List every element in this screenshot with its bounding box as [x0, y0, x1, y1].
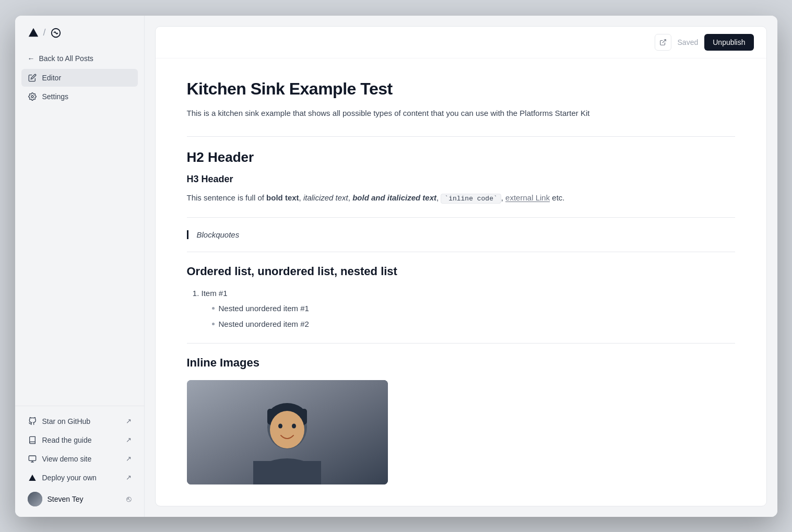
read-guide-label: Read the guide — [42, 436, 92, 444]
divider-4 — [187, 343, 735, 344]
settings-label: Settings — [42, 92, 69, 101]
view-demo-external-icon: ↗ — [126, 455, 132, 463]
sidebar-item-settings[interactable]: Settings — [21, 88, 138, 105]
avatar-image — [28, 492, 42, 506]
read-guide-left: Read the guide — [28, 435, 92, 445]
h2-heading: H2 Header — [187, 149, 735, 165]
read-guide-external-icon: ↗ — [126, 436, 132, 444]
editor-icon — [28, 73, 37, 82]
h3-heading: H3 Header — [187, 174, 735, 185]
vercel-logo-icon — [28, 27, 39, 39]
read-guide-link[interactable]: Read the guide ↗ — [21, 431, 138, 449]
unpublish-button[interactable]: Unpublish — [704, 34, 753, 51]
nested-item-2: Nested unordered item #2 — [212, 317, 735, 331]
sidebar-item-editor[interactable]: Editor — [21, 69, 138, 87]
comma4: , — [501, 193, 505, 202]
user-profile-row[interactable]: Steven Tey ⎋ — [21, 488, 138, 511]
list-item-1-text: Item #1 — [202, 289, 228, 298]
divider-1 — [187, 136, 735, 137]
svg-point-2 — [31, 96, 33, 98]
inline-code: `inline code` — [441, 194, 501, 204]
sidebar-bottom-links: Star on GitHub ↗ Read the guide ↗ — [15, 406, 144, 517]
view-demo-label: View demo site — [42, 455, 92, 463]
deploy-own-label: Deploy your own — [42, 474, 97, 482]
view-demo-left: View demo site — [28, 454, 92, 464]
svg-marker-6 — [29, 475, 36, 481]
sidebar-navigation: ← Back to All Posts Editor — [15, 50, 144, 406]
svg-marker-0 — [28, 28, 38, 37]
images-heading: Inline Images — [187, 356, 735, 370]
main-content: Saved Unpublish Kitchen Sink Example Tes… — [145, 16, 777, 517]
sidebar: / ← Back to All Posts Editor — [15, 16, 145, 517]
editor-label: Editor — [42, 74, 62, 82]
settings-icon — [28, 92, 37, 101]
avatar — [28, 492, 42, 506]
nested-item-1-text: Nested unordered item #1 — [219, 302, 309, 315]
back-to-all-posts-button[interactable]: ← Back to All Posts — [21, 50, 138, 67]
app-logo-icon — [50, 27, 62, 39]
deploy-own-left: Deploy your own — [28, 473, 97, 482]
svg-rect-16 — [253, 461, 321, 484]
svg-rect-3 — [29, 456, 36, 460]
post-title: Kitchen Sink Example Test — [187, 79, 735, 99]
back-label: Back to All Posts — [39, 54, 93, 63]
bold-text: bold text — [266, 193, 299, 202]
app-window: / ← Back to All Posts Editor — [15, 16, 777, 517]
svg-point-12 — [270, 411, 304, 448]
user-left: Steven Tey — [28, 492, 84, 506]
divider-3 — [187, 252, 735, 252]
rich-text-paragraph: This sentence is full of bold text, ital… — [187, 191, 735, 205]
list-heading: Ordered list, unordered list, nested lis… — [187, 265, 735, 278]
star-github-label: Star on GitHub — [42, 417, 91, 425]
list-item-1: Item #1 Nested unordered item #1 Nested … — [202, 287, 735, 331]
external-link-button[interactable] — [655, 34, 671, 51]
editor-content[interactable]: Kitchen Sink Example Test This is a kitc… — [156, 58, 766, 506]
star-github-left: Star on GitHub — [28, 417, 91, 426]
deploy-triangle-icon — [28, 473, 37, 482]
ordered-list: Item #1 Nested unordered item #1 Nested … — [202, 287, 735, 331]
logo-slash: / — [43, 27, 46, 38]
external-link[interactable]: external Link — [505, 193, 550, 202]
book-icon — [28, 435, 37, 445]
nested-item-1: Nested unordered item #1 — [212, 302, 735, 315]
paragraph-intro: This sentence is full of — [187, 193, 267, 202]
blockquote-text: Blockquotes — [197, 230, 240, 239]
deploy-own-external-icon: ↗ — [126, 474, 132, 481]
blockquote: Blockquotes — [187, 230, 735, 239]
github-icon — [28, 417, 37, 426]
comma2: , — [348, 193, 352, 202]
content-wrapper: Saved Unpublish Kitchen Sink Example Tes… — [155, 26, 767, 506]
svg-point-14 — [292, 424, 296, 429]
star-github-link[interactable]: Star on GitHub ↗ — [21, 412, 138, 430]
view-demo-link[interactable]: View demo site ↗ — [21, 450, 138, 468]
italic-text: italicized text — [303, 193, 348, 202]
svg-point-13 — [278, 424, 282, 429]
back-arrow-icon: ← — [28, 54, 35, 63]
toolbar: Saved Unpublish — [156, 27, 766, 58]
saved-status: Saved — [678, 38, 699, 46]
bold-italic-text: bold and italicized text — [352, 193, 436, 202]
paragraph-end: etc. — [550, 193, 564, 202]
divider-2 — [187, 217, 735, 218]
deploy-own-link[interactable]: Deploy your own ↗ — [21, 469, 138, 487]
inline-image — [187, 380, 388, 484]
comma1: , — [299, 193, 303, 202]
post-subtitle: This is a kitchen sink example that show… — [187, 107, 735, 120]
nested-list: Nested unordered item #1 Nested unordere… — [212, 302, 735, 330]
svg-line-7 — [662, 39, 665, 42]
monitor-icon — [28, 454, 37, 464]
logout-icon: ⎋ — [126, 494, 132, 504]
logo-area: / — [15, 16, 144, 50]
star-github-external-icon: ↗ — [126, 417, 132, 425]
person-photo — [187, 380, 388, 484]
user-name: Steven Tey — [48, 495, 84, 503]
nested-item-2-text: Nested unordered item #2 — [219, 317, 309, 331]
